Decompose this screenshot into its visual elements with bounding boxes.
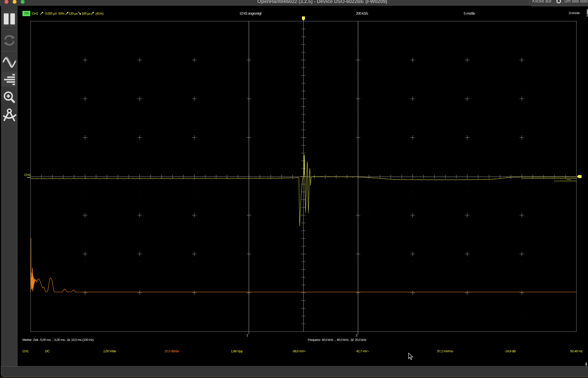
- svg-text:CH1: CH1: [24, 173, 31, 177]
- svg-text:1: 1: [246, 333, 248, 337]
- svg-text:2: 2: [356, 333, 357, 337]
